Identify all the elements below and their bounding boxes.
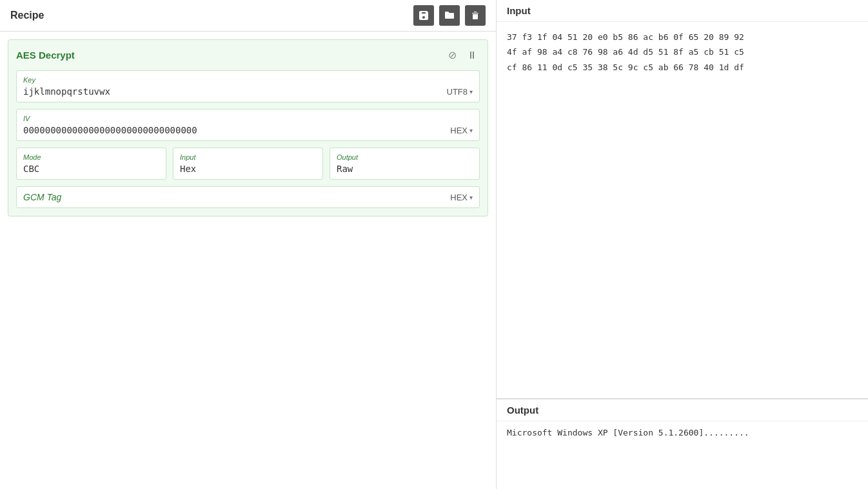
recipe-actions <box>413 5 486 26</box>
key-label: Key <box>23 76 473 84</box>
input-section-title: Input <box>507 5 531 16</box>
recipe-body: AES Decrypt ⊘ ⏸ Key ijklmnopqrstuvwx UTF… <box>0 32 496 489</box>
gcm-tag-field: GCM Tag HEX ▾ <box>16 186 480 208</box>
pause-icon: ⏸ <box>467 50 477 61</box>
operation-controls: ⊘ ⏸ <box>446 48 480 62</box>
output-content: Microsoft Windows XP [Version 5.1.2600].… <box>507 428 858 437</box>
aes-decrypt-card: AES Decrypt ⊘ ⏸ Key ijklmnopqrstuvwx UTF… <box>8 39 488 216</box>
input-section-content[interactable]: 37 f3 1f 04 51 20 e0 b5 86 ac b6 0f 65 2… <box>497 22 868 398</box>
gcm-row: GCM Tag HEX ▾ <box>23 192 473 202</box>
save-button[interactable] <box>413 5 434 26</box>
output-value[interactable]: Raw <box>337 164 473 174</box>
iv-label: IV <box>23 115 473 122</box>
recipe-header: Recipe <box>0 0 496 32</box>
input-line-1: 37 f3 1f 04 51 20 e0 b5 86 ac b6 0f 65 2… <box>507 30 858 44</box>
mode-label: Mode <box>23 153 159 161</box>
input-value[interactable]: Hex <box>180 164 316 174</box>
save-icon <box>419 10 429 21</box>
right-panel: Input 37 f3 1f 04 51 20 e0 b5 86 ac b6 0… <box>497 0 868 489</box>
left-panel: Recipe AES Decryp <box>0 0 497 489</box>
output-label: Output <box>337 153 473 161</box>
folder-icon <box>444 10 455 21</box>
operation-title: AES Decrypt <box>16 50 75 61</box>
iv-value[interactable]: 00000000000000000000000000000000 <box>23 125 450 135</box>
gcm-format-label: HEX <box>450 193 468 202</box>
input-field: Input Hex <box>173 148 323 180</box>
key-format-dropdown[interactable]: UTF8 ▾ <box>447 87 473 97</box>
operation-header: AES Decrypt ⊘ ⏸ <box>16 48 480 62</box>
key-format-label: UTF8 <box>447 87 468 97</box>
gcm-format-dropdown[interactable]: HEX ▾ <box>450 193 473 202</box>
iv-row: 00000000000000000000000000000000 HEX ▾ <box>23 125 473 135</box>
iv-field-group: IV 00000000000000000000000000000000 HEX … <box>16 109 480 141</box>
trash-icon <box>471 10 480 21</box>
input-line-3: cf 86 11 0d c5 35 38 5c 9c c5 ab 66 78 4… <box>507 60 858 75</box>
key-value[interactable]: ijklmnopqrstuvwx <box>23 86 447 97</box>
key-format-arrow: ▾ <box>469 88 473 95</box>
output-section-title: Output <box>507 405 538 416</box>
disable-icon: ⊘ <box>448 50 457 61</box>
output-section: Output Microsoft Windows XP [Version 5.1… <box>497 399 868 489</box>
output-section-header: Output <box>497 399 868 421</box>
gcm-tag-label: GCM Tag <box>23 192 61 202</box>
gcm-format-arrow: ▾ <box>469 194 473 201</box>
input-section: Input 37 f3 1f 04 51 20 e0 b5 86 ac b6 0… <box>497 0 868 399</box>
output-field: Output Raw <box>330 148 480 180</box>
disable-operation-button[interactable]: ⊘ <box>446 48 459 62</box>
mode-value[interactable]: CBC <box>23 164 159 174</box>
iv-format-arrow: ▾ <box>469 127 473 134</box>
delete-button[interactable] <box>465 5 486 26</box>
key-row: ijklmnopqrstuvwx UTF8 ▾ <box>23 86 473 97</box>
key-field-group: Key ijklmnopqrstuvwx UTF8 ▾ <box>16 70 480 102</box>
output-section-content[interactable]: Microsoft Windows XP [Version 5.1.2600].… <box>497 421 868 489</box>
iv-format-dropdown[interactable]: HEX ▾ <box>450 126 473 135</box>
input-label: Input <box>180 153 316 161</box>
iv-format-label: HEX <box>450 126 468 135</box>
recipe-title: Recipe <box>10 10 44 21</box>
input-section-header: Input <box>497 0 868 22</box>
mode-input-output-row: Mode CBC Input Hex Output Raw <box>16 148 480 180</box>
pause-operation-button[interactable]: ⏸ <box>464 48 480 62</box>
open-folder-button[interactable] <box>439 5 460 26</box>
mode-field: Mode CBC <box>16 148 166 180</box>
input-line-2: 4f af 98 a4 c8 76 98 a6 4d d5 51 8f a5 c… <box>507 44 858 59</box>
